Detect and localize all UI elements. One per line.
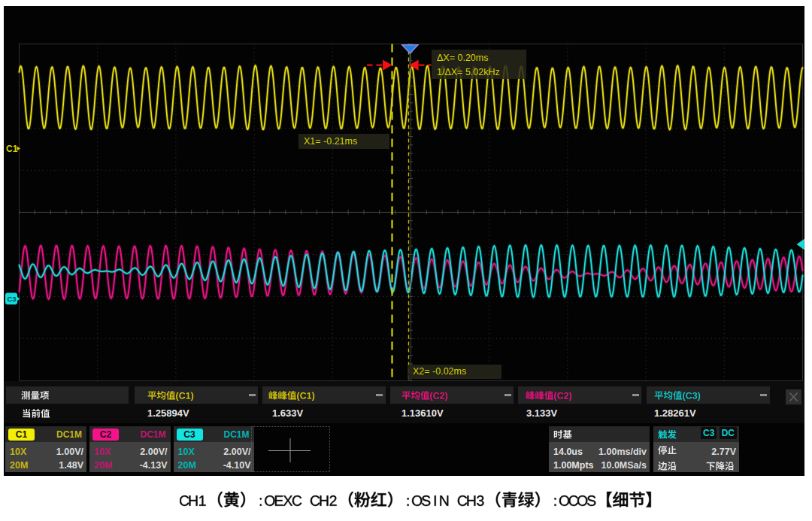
svg-text:C1: C1 (6, 144, 18, 154)
svg-text:C3: C3 (8, 295, 17, 303)
